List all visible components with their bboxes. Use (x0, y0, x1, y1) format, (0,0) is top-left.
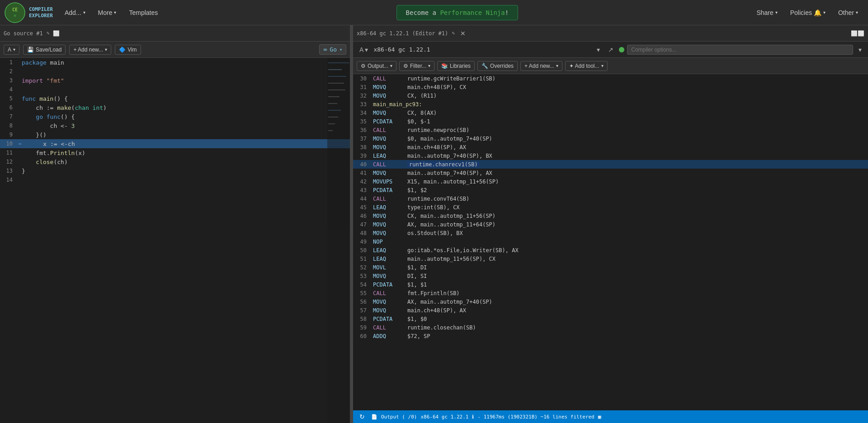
language-infinity-icon: ∞ (323, 46, 327, 53)
font-size-compiler-button[interactable]: A ▾ (357, 45, 371, 54)
font-size-button[interactable]: A ▾ (4, 45, 19, 55)
asm-line-49: 49 NOP (353, 237, 868, 246)
filter-button[interactable]: ⚙ Filter... ▾ (399, 61, 434, 71)
compiler-status-label: x86-64 gc 1.22.1 (420, 414, 468, 420)
left-panel: Go source #1 ✎ ⬜ A ▾ 💾 Save/Load + Add n… (0, 25, 350, 423)
save-load-button[interactable]: 💾 Save/Load (23, 45, 66, 55)
code-line-2: 2 (0, 67, 350, 76)
policies-chevron-icon: ▾ (823, 10, 826, 15)
code-line-3: 3 import "fmt" (0, 76, 350, 85)
vim-mode-button[interactable]: 🔷 Vim (115, 45, 141, 55)
code-line-10: 10 → x := <-ch (0, 139, 350, 148)
asm-line-50: 50 LEAQ go:itab.*os.File,io.Writer(SB), … (353, 246, 868, 254)
libraries-button[interactable]: 📚 Libraries (437, 61, 475, 71)
nav-right: Share ▾ Policies 🔔 ▾ Other ▾ (751, 6, 863, 19)
asm-line-43: 43 PCDATA $1, $2 (353, 186, 868, 194)
add-chevron-source-icon: ▾ (105, 47, 107, 52)
compiler-options-input[interactable] (627, 45, 853, 55)
compiler-toolbar: ⚙ Output... ▾ ⚙ Filter... ▾ 📚 Libraries … (353, 58, 868, 74)
add-menu-button[interactable]: Add... ▾ (59, 6, 91, 19)
logo-text: COMPILER EXPLORER (29, 6, 53, 18)
asm-line-53: 53 MOVQ DI, SI (353, 272, 868, 280)
add-new-source-button[interactable]: + Add new... ▾ (69, 45, 111, 55)
promo-banner: Become a Performance Ninja! (396, 5, 519, 20)
asm-line-58: 58 PCDATA $1, $0 (353, 315, 868, 323)
vim-icon: 🔷 (119, 47, 126, 53)
compilation-status-icon (619, 47, 624, 52)
asm-line-55: 55 CALL fmt.Fprintln(SB) (353, 289, 868, 297)
other-menu-button[interactable]: Other ▾ (833, 6, 863, 19)
asm-line-34: 34 MOVQ CX, 8(AX) (353, 108, 868, 117)
gear-icon: ⚙ (361, 63, 366, 69)
code-line-8: 8 ch <- 3 (0, 121, 350, 130)
asm-line-44: 44 CALL runtime.convT64(SB) (353, 194, 868, 203)
add-tool-button[interactable]: ✦ Add tool... ▾ (565, 61, 608, 71)
asm-line-33-label: 33 main_main_pc93: (353, 100, 868, 108)
asm-line-41: 41 MOVQ main..autotmp_7+40(SP), AX (353, 169, 868, 177)
compiler-close-button[interactable]: ✕ (458, 30, 467, 37)
output-button[interactable]: ⚙ Output... ▾ (357, 61, 396, 71)
stats-text: - 11967ms (1902321B) ~16 lines filtered (477, 414, 594, 420)
templates-button[interactable]: Templates (123, 6, 163, 19)
svg-text:⚙: ⚙ (14, 14, 16, 18)
asm-line-52: 52 MOVL $1, DI (353, 263, 868, 272)
compiler-name-display: x86-64 gc 1.22.1 (373, 46, 591, 53)
add-chevron-icon: ▾ (83, 10, 85, 15)
source-toolbar: A ▾ 💾 Save/Load + Add new... ▾ 🔷 Vim ∞ G… (0, 42, 350, 58)
right-panel: x86-64 gc 1.22.1 (Editor #1) ✎ ✕ ⬜⬜ A ▾ … (353, 25, 868, 423)
code-line-1: 1 package main (0, 58, 350, 67)
svg-rect-10 (328, 110, 341, 111)
language-selector[interactable]: ∞ Go ▾ (319, 44, 346, 55)
svg-rect-13 (328, 130, 333, 131)
code-line-9: 9 }() (0, 130, 350, 139)
compiler-panel-header: x86-64 gc 1.22.1 (Editor #1) ✎ ✕ ⬜⬜ (353, 25, 868, 42)
add-tool-chevron-icon: ▾ (601, 63, 604, 68)
share-chevron-icon: ▾ (775, 10, 778, 15)
share-button[interactable]: Share ▾ (751, 6, 783, 19)
svg-rect-12 (328, 123, 335, 124)
filter-icon: ⚙ (403, 63, 408, 69)
svg-rect-8 (328, 96, 340, 97)
svg-rect-11 (328, 117, 338, 118)
code-line-7: 7 go func() { (0, 112, 350, 121)
asm-line-51: 51 LEAQ main..autotmp_11+56(SP), CX (353, 254, 868, 263)
svg-rect-3 (328, 62, 349, 63)
compiler-dropdown-button[interactable]: ▾ (594, 45, 603, 54)
asm-line-47: 47 MOVQ AX, main..autotmp_11+64(SP) (353, 220, 868, 229)
asm-line-48: 48 MOVQ os.Stdout(SB), BX (353, 229, 868, 237)
asm-line-56: 56 MOVQ AX, main..autotmp_7+40(SP) (353, 297, 868, 306)
book-icon: 📚 (441, 63, 448, 69)
add-new-compiler-button[interactable]: + Add new... ▾ (520, 61, 562, 71)
policies-button[interactable]: Policies 🔔 ▾ (785, 6, 831, 19)
compiler-options-dropdown[interactable]: ▾ (856, 45, 864, 54)
overrides-button[interactable]: 🔧 Overrides (477, 61, 518, 71)
maximize-button[interactable]: ⬜ (53, 30, 60, 37)
asm-line-42: 42 MOVUPS X15, main..autotmp_11+56(SP) (353, 177, 868, 186)
add-new-compiler-chevron-icon: ▾ (556, 63, 558, 68)
open-in-tab-icon[interactable]: ↗ (605, 45, 616, 54)
code-line-12: 12 close(ch) (0, 157, 350, 166)
edit-icon: ✎ (47, 30, 50, 36)
asm-output-area[interactable]: 30 CALL runtime.gcWriteBarrier1(SB) 31 M… (353, 74, 868, 410)
compiler-explorer-logo: CE ⚙ (5, 2, 25, 23)
asm-line-31: 31 MOVQ main.ch+48(SP), CX (353, 83, 868, 91)
compiler-maximize-button[interactable]: ⬜⬜ (851, 30, 864, 37)
other-chevron-icon: ▾ (856, 10, 858, 15)
asm-line-46: 46 MOVQ CX, main..autotmp_11+56(SP) (353, 212, 868, 220)
asm-line-37: 37 MOVQ $0, main..autotmp_7+40(SP) (353, 134, 868, 143)
asm-line-57: 57 MOVQ main.ch+48(SP), AX (353, 306, 868, 315)
save-icon: 💾 (27, 47, 34, 53)
asm-line-32: 32 MOVQ CX, (R11) (353, 91, 868, 100)
top-navigation: CE ⚙ COMPILER EXPLORER Add... ▾ More ▾ T… (0, 0, 868, 25)
font-chevron-icon: ▾ (13, 47, 15, 52)
asm-line-54: 54 PCDATA $1, $1 (353, 280, 868, 289)
more-chevron-icon: ▾ (114, 10, 116, 15)
svg-text:CE: CE (12, 7, 18, 12)
source-panel-header: Go source #1 ✎ ⬜ (0, 25, 350, 42)
source-code-editor[interactable]: 1 package main 2 3 import "fmt" 4 5 func… (0, 58, 350, 423)
arrow-indicator: → (18, 141, 25, 147)
refresh-button[interactable]: ↻ (357, 412, 368, 421)
chart-icon: ▦ (598, 414, 601, 420)
asm-line-36: 36 CALL runtime.newproc(SB) (353, 126, 868, 134)
more-menu-button[interactable]: More ▾ (93, 6, 122, 19)
